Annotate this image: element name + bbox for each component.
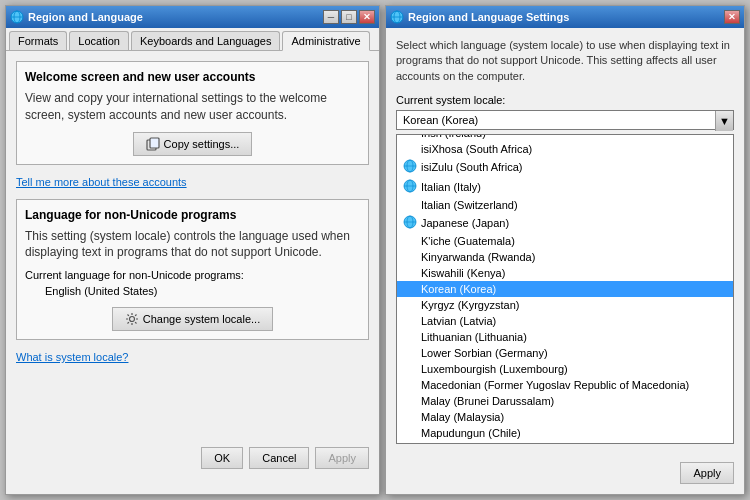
list-item-label: Kiswahili (Kenya) — [421, 267, 505, 279]
left-title-bar: Region and Language ─ □ ✕ — [6, 6, 379, 28]
current-lang-label: Current language for non-Unicode program… — [25, 269, 360, 281]
list-item-label: isiZulu (South Africa) — [421, 161, 522, 173]
left-window-title: Region and Language — [28, 11, 143, 23]
unicode-title: Language for non-Unicode programs — [25, 208, 360, 222]
list-item-label: Kyrgyz (Kyrgyzstan) — [421, 299, 519, 311]
list-item-label: Lower Sorbian (Germany) — [421, 347, 548, 359]
list-item-label: Malay (Malaysia) — [421, 411, 504, 423]
list-item-label: isiXhosa (South Africa) — [421, 143, 532, 155]
list-item[interactable]: Luxembourgish (Luxembourg) — [397, 361, 733, 377]
list-item-label: Malay (Brunei Darussalam) — [421, 395, 554, 407]
list-item[interactable]: Kinyarwanda (Rwanda) — [397, 249, 733, 265]
right-globe-icon — [390, 10, 404, 24]
current-lang-value: English (United States) — [45, 285, 360, 297]
list-item[interactable]: Latvian (Latvia) — [397, 313, 733, 329]
list-item-label: Luxembourgish (Luxembourg) — [421, 363, 568, 375]
list-item-label: Macedonian (Former Yugoslav Republic of … — [421, 379, 689, 391]
tab-bar: Formats Location Keyboards and Languages… — [6, 28, 379, 51]
tab-location[interactable]: Location — [69, 31, 129, 50]
right-window-title: Region and Language Settings — [408, 11, 569, 23]
list-item[interactable]: isiZulu (South Africa) — [397, 157, 733, 177]
right-bottom-area: Apply — [680, 462, 734, 484]
copy-icon — [146, 137, 160, 151]
unicode-description: This setting (system locale) controls th… — [25, 228, 360, 262]
locale-dropdown[interactable]: Korean (Korea) ▼ — [396, 110, 734, 130]
locale-label: Current system locale: — [396, 94, 734, 106]
list-item[interactable]: Lower Sorbian (Germany) — [397, 345, 733, 361]
welcome-description: View and copy your international setting… — [25, 90, 360, 124]
dropdown-arrow-icon: ▼ — [715, 111, 733, 131]
welcome-title: Welcome screen and new user accounts — [25, 70, 360, 84]
list-item[interactable]: Italian (Switzerland) — [397, 197, 733, 213]
list-item[interactable]: Japanese (Japan) — [397, 213, 733, 233]
list-item[interactable]: Malay (Brunei Darussalam) — [397, 393, 733, 409]
list-item-label: Irish (Ireland) — [421, 134, 486, 139]
copy-settings-button[interactable]: Copy settings... — [133, 132, 253, 156]
item-globe-icon — [403, 215, 417, 231]
svg-rect-4 — [150, 138, 159, 148]
list-item[interactable]: Mapudungun (Chile) — [397, 425, 733, 441]
list-item[interactable]: Mohawk (Mohawk) — [397, 441, 733, 444]
tab-keyboards[interactable]: Keyboards and Languages — [131, 31, 281, 50]
ok-button[interactable]: OK — [201, 447, 243, 469]
list-item[interactable]: Malay (Malaysia) — [397, 409, 733, 425]
maximize-button[interactable]: □ — [341, 10, 357, 24]
change-locale-button[interactable]: Change system locale... — [112, 307, 273, 331]
locale-dropdown-container: Korean (Korea) ▼ — [396, 110, 734, 130]
list-item[interactable]: Macedonian (Former Yugoslav Republic of … — [397, 377, 733, 393]
list-item[interactable]: Kiswahili (Kenya) — [397, 265, 733, 281]
minimize-button[interactable]: ─ — [323, 10, 339, 24]
title-bar-buttons: ─ □ ✕ — [323, 10, 375, 24]
list-item-label: Latvian (Latvia) — [421, 315, 496, 327]
cancel-button[interactable]: Cancel — [249, 447, 309, 469]
apply-button[interactable]: Apply — [315, 447, 369, 469]
right-content: Select which language (system locale) to… — [386, 28, 744, 494]
unicode-section: Language for non-Unicode programs This s… — [16, 199, 369, 341]
title-bar-left: Region and Language — [10, 10, 143, 24]
list-item-label: Mapudungun (Chile) — [421, 427, 521, 439]
list-item[interactable]: Kyrgyz (Kyrgyzstan) — [397, 297, 733, 313]
tab-administrative[interactable]: Administrative — [282, 31, 369, 51]
bottom-buttons: OK Cancel Apply — [201, 447, 369, 469]
list-item[interactable]: Lithuanian (Lithuania) — [397, 329, 733, 345]
right-close-button[interactable]: ✕ — [724, 10, 740, 24]
settings-description: Select which language (system locale) to… — [396, 38, 734, 84]
list-item[interactable]: Irish (Ireland) — [397, 134, 733, 141]
system-locale-link[interactable]: What is system locale? — [16, 351, 128, 363]
locale-list[interactable]: Hungarian (Hungary)Icelandic (Iceland)Ig… — [396, 134, 734, 444]
list-item[interactable]: Korean (Korea) — [397, 281, 733, 297]
right-window: Region and Language Settings ✕ Select wh… — [385, 5, 745, 495]
accounts-link[interactable]: Tell me more about these accounts — [16, 176, 187, 188]
list-item-label: Korean (Korea) — [421, 283, 496, 295]
right-title-bar-left: Region and Language Settings — [390, 10, 569, 24]
right-title-bar-buttons: ✕ — [724, 10, 740, 24]
selected-locale: Korean (Korea) — [403, 114, 727, 126]
right-title-bar: Region and Language Settings ✕ — [386, 6, 744, 28]
list-item-label: Lithuanian (Lithuania) — [421, 331, 527, 343]
globe-title-icon — [10, 10, 24, 24]
list-item[interactable]: isiXhosa (South Africa) — [397, 141, 733, 157]
list-item-label: Mohawk (Mohawk) — [421, 443, 513, 444]
list-item-label: K'iche (Guatemala) — [421, 235, 515, 247]
gear-icon — [125, 312, 139, 326]
svg-point-5 — [129, 317, 134, 322]
close-button[interactable]: ✕ — [359, 10, 375, 24]
left-window: Region and Language ─ □ ✕ Formats Locati… — [5, 5, 380, 495]
tab-formats[interactable]: Formats — [9, 31, 67, 50]
list-item-label: Kinyarwanda (Rwanda) — [421, 251, 535, 263]
welcome-section: Welcome screen and new user accounts Vie… — [16, 61, 369, 165]
item-globe-icon — [403, 159, 417, 175]
left-content: Welcome screen and new user accounts Vie… — [6, 51, 379, 479]
right-apply-button[interactable]: Apply — [680, 462, 734, 484]
list-item[interactable]: K'iche (Guatemala) — [397, 233, 733, 249]
item-globe-icon — [403, 179, 417, 195]
list-item-label: Japanese (Japan) — [421, 217, 509, 229]
list-item-label: Italian (Switzerland) — [421, 199, 518, 211]
list-item-label: Italian (Italy) — [421, 181, 481, 193]
list-item[interactable]: Italian (Italy) — [397, 177, 733, 197]
